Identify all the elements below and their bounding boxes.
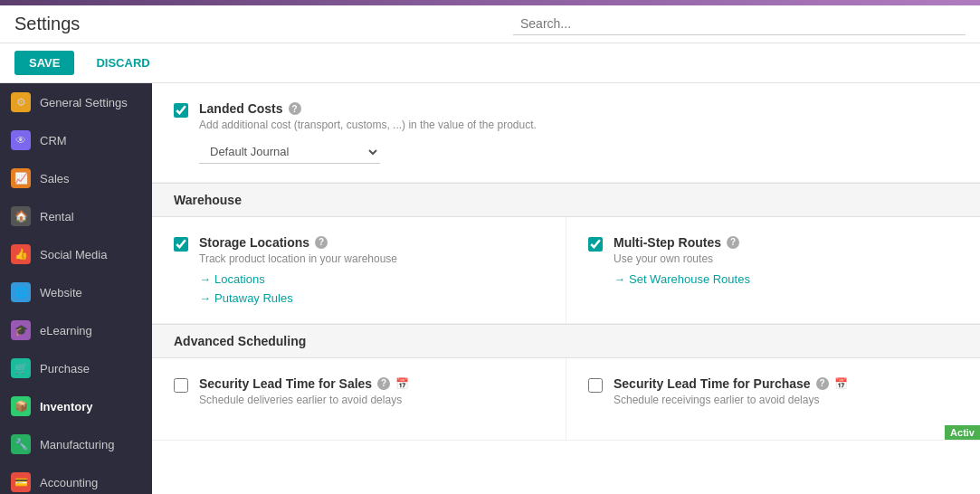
security-lead-purchase-content: Security Lead Time for Purchase ? 📅 Sche… [614, 376, 958, 408]
sidebar-item-inventory[interactable]: 📦 Inventory [0, 387, 152, 425]
sidebar-item-accounting[interactable]: 💳 Accounting [0, 463, 152, 494]
landed-costs-description: Add additional cost (transport, customs,… [199, 118, 958, 133]
security-lead-sales-label-row: Security Lead Time for Sales ? 📅 [199, 376, 544, 391]
storage-locations-label-row: Storage Locations ? [199, 235, 544, 250]
sidebar-item-label: Manufacturing [40, 438, 114, 451]
landed-costs-content: Landed Costs ? Add additional cost (tran… [199, 101, 958, 164]
content-area: Landed Costs ? Add additional cost (tran… [152, 83, 980, 494]
warehouse-section: Warehouse Storage Locations ? T [152, 183, 980, 324]
multi-step-routes-help-icon[interactable]: ? [727, 236, 739, 249]
storage-locations-description: Track product location in your warehouse [199, 252, 544, 267]
multi-step-routes-description: Use your own routes [614, 252, 958, 267]
landed-costs-journal: Default Journal [199, 140, 958, 164]
sidebar-item-sales[interactable]: 📈 Sales [0, 159, 152, 197]
multi-step-routes-checkbox[interactable] [588, 237, 603, 252]
locations-link[interactable]: Locations [199, 272, 544, 286]
header: Settings [0, 5, 980, 43]
security-lead-sales-description: Schedule deliveries earlier to avoid del… [199, 393, 544, 408]
sidebar-item-label: Inventory [40, 400, 93, 413]
security-lead-sales-help-icon[interactable]: ? [377, 377, 390, 390]
multi-step-routes-content: Multi-Step Routes ? Use your own routes … [614, 235, 958, 286]
sidebar-item-purchase[interactable]: 🛒 Purchase [0, 349, 152, 387]
sidebar-item-label: eLearning [40, 324, 92, 337]
sidebar-item-website[interactable]: 🌐 Website [0, 273, 152, 311]
security-lead-purchase-label: Security Lead Time for Purchase [614, 376, 811, 391]
elearning-icon: 🎓 [11, 320, 31, 340]
website-icon: 🌐 [11, 282, 31, 302]
multi-step-routes-label: Multi-Step Routes [614, 235, 721, 250]
sidebar-item-label: Purchase [40, 362, 90, 375]
security-lead-purchase-checkbox[interactable] [588, 378, 603, 393]
rental-icon: 🏠 [11, 206, 31, 226]
sidebar-item-general-settings[interactable]: ⚙ General Settings [0, 83, 152, 121]
set-warehouse-routes-link[interactable]: Set Warehouse Routes [614, 272, 958, 286]
page-title: Settings [14, 14, 80, 34]
security-lead-sales-col: Security Lead Time for Sales ? 📅 Schedul… [152, 358, 566, 441]
toolbar: SAVE DISCARD [0, 43, 980, 83]
default-journal-select[interactable]: Default Journal [199, 140, 380, 164]
manufacturing-icon: 🔧 [11, 434, 31, 454]
social-media-icon: 👍 [11, 244, 31, 264]
sidebar-item-elearning[interactable]: 🎓 eLearning [0, 311, 152, 349]
storage-locations-content: Storage Locations ? Track product locati… [199, 235, 544, 305]
landed-costs-help-icon[interactable]: ? [289, 102, 301, 115]
advanced-divider: Advanced Scheduling [152, 324, 980, 358]
landed-costs-label: Landed Costs [199, 101, 283, 116]
landed-costs-block: Landed Costs ? Add additional cost (tran… [152, 83, 980, 183]
sales-icon: 📈 [11, 168, 31, 188]
warehouse-divider: Warehouse [152, 183, 980, 217]
security-lead-purchase-help-icon[interactable]: ? [816, 377, 829, 390]
storage-locations-checkbox[interactable] [174, 237, 188, 252]
crm-icon: 👁 [11, 130, 31, 150]
multi-step-routes-col: Multi-Step Routes ? Use your own routes … [566, 217, 980, 323]
storage-locations-help-icon[interactable]: ? [315, 236, 328, 249]
security-lead-purchase-col: Security Lead Time for Purchase ? 📅 Sche… [566, 358, 980, 441]
sidebar-item-label: General Settings [40, 96, 128, 109]
inventory-icon: 📦 [11, 396, 31, 416]
general-settings-icon: ⚙ [11, 92, 31, 112]
landed-costs-label-row: Landed Costs ? [199, 101, 958, 116]
activ-badge: Activ [945, 425, 980, 440]
sidebar-item-social-media[interactable]: 👍 Social Media [0, 235, 152, 273]
storage-locations-col: Storage Locations ? Track product locati… [152, 217, 566, 323]
storage-locations-label: Storage Locations [199, 235, 309, 250]
sidebar-item-label: Website [40, 286, 82, 299]
security-lead-sales-label: Security Lead Time for Sales [199, 376, 372, 391]
security-lead-purchase-label-row: Security Lead Time for Purchase ? 📅 [614, 376, 958, 391]
save-button[interactable]: SAVE [14, 51, 74, 75]
multi-step-routes-label-row: Multi-Step Routes ? [614, 235, 958, 250]
accounting-icon: 💳 [11, 472, 31, 492]
sidebar: ⚙ General Settings 👁 CRM 📈 Sales 🏠 Renta… [0, 83, 152, 494]
sidebar-item-label: Accounting [40, 476, 98, 489]
security-lead-purchase-calendar-icon: 📅 [834, 377, 848, 390]
search-input[interactable] [513, 13, 966, 35]
sidebar-item-manufacturing[interactable]: 🔧 Manufacturing [0, 425, 152, 463]
security-lead-sales-checkbox[interactable] [174, 378, 188, 393]
putaway-rules-link[interactable]: Putaway Rules [199, 291, 544, 305]
sidebar-item-label: Sales [40, 172, 70, 185]
sidebar-item-label: CRM [40, 134, 67, 147]
landed-costs-checkbox[interactable] [174, 103, 188, 118]
security-lead-purchase-description: Schedule receivings earlier to avoid del… [614, 393, 958, 408]
purchase-icon: 🛒 [11, 358, 31, 378]
advanced-section: Advanced Scheduling Security Lead Time f… [152, 324, 980, 442]
security-lead-sales-calendar-icon: 📅 [395, 377, 409, 390]
discard-button[interactable]: DISCARD [81, 51, 164, 75]
sidebar-item-label: Rental [40, 210, 74, 223]
sidebar-item-rental[interactable]: 🏠 Rental [0, 197, 152, 235]
sidebar-item-crm[interactable]: 👁 CRM [0, 121, 152, 159]
security-lead-sales-content: Security Lead Time for Sales ? 📅 Schedul… [199, 376, 544, 408]
sidebar-item-label: Social Media [40, 248, 107, 261]
